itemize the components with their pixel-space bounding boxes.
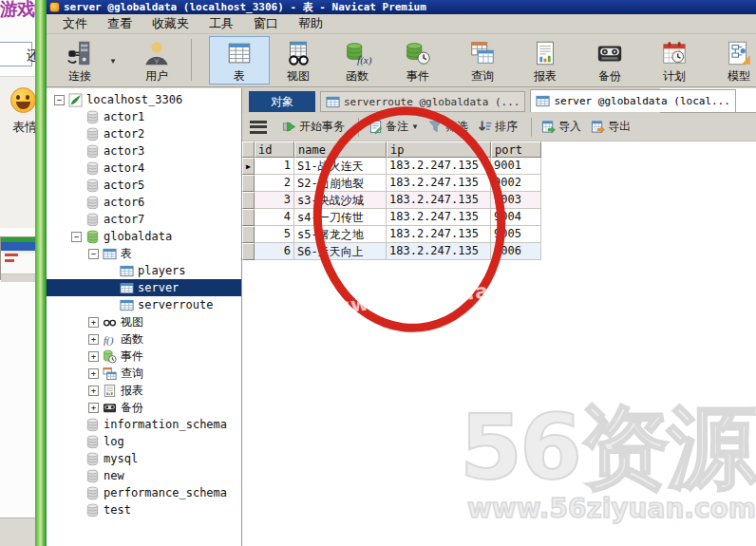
tree-item-localhost-3306[interactable]: −localhost_3306	[47, 91, 241, 108]
grid-cell-id[interactable]: 1	[255, 158, 294, 175]
tree-item-new[interactable]: new	[47, 467, 241, 484]
grid-menu-icon[interactable]	[250, 121, 267, 134]
grid-column-header-port[interactable]: port	[491, 141, 541, 158]
backups-icon	[103, 401, 117, 415]
tree-item-views[interactable]: +视图	[47, 313, 241, 330]
grid-cell-id[interactable]: 3	[255, 192, 294, 209]
toolbar-button-label: 函数	[346, 70, 369, 83]
toolbar-button-function[interactable]: f(x)函数	[332, 36, 382, 85]
tab-server-tab[interactable]: server @globaldata (local...	[530, 89, 735, 112]
tree-expander-plus-icon[interactable]: +	[88, 403, 99, 413]
view-icon	[283, 39, 313, 67]
emoji-face-icon[interactable]	[10, 87, 36, 113]
tree-item-mysql[interactable]: mysql	[47, 450, 241, 467]
tree-item-actor2[interactable]: actor2	[47, 125, 241, 142]
tree-item-globaldata[interactable]: −globaldata	[47, 228, 241, 245]
database-gray-icon	[85, 452, 100, 466]
tab-objects[interactable]: 对象	[249, 91, 315, 112]
grid-cell-id[interactable]: 6	[255, 243, 294, 260]
tree-item-actor4[interactable]: actor4	[47, 160, 241, 177]
tree-expander-minus-icon[interactable]: −	[71, 232, 82, 242]
tree-item-label: localhost_3306	[86, 93, 182, 106]
menu-item-tools[interactable]: 工具	[200, 13, 242, 34]
database-gray-icon	[85, 418, 100, 432]
tree-item-log[interactable]: log	[47, 433, 241, 450]
export-icon	[591, 120, 605, 134]
tree-item-test[interactable]: test	[47, 501, 241, 518]
row-selector[interactable]	[242, 192, 255, 209]
tab-label: serverroute @globaldata (...	[344, 96, 520, 108]
tree-item-label: test	[104, 503, 131, 517]
menu-item-window[interactable]: 窗口	[245, 13, 287, 34]
tree-expander-plus-icon[interactable]: +	[88, 317, 99, 328]
tree-item-serverroute[interactable]: serverroute	[47, 296, 241, 313]
table-grid-icon	[536, 94, 550, 108]
database-gray-icon	[85, 435, 100, 449]
dropdown-arrow-icon[interactable]: ▼	[109, 57, 117, 66]
toolbar-button-event[interactable]: 事件	[393, 36, 443, 85]
user-icon	[142, 39, 172, 67]
grid-toolbar-begin-transaction-button[interactable]: 开始事务	[282, 119, 345, 135]
grid-cell-id[interactable]: 4	[255, 209, 294, 226]
tab-label: server @globaldata (local...	[554, 95, 729, 107]
grid-cell-id[interactable]: 2	[255, 175, 294, 192]
menu-item-file[interactable]: 文件	[54, 13, 96, 34]
database-gray-icon	[85, 127, 100, 141]
tree-item-queries[interactable]: +查询	[47, 365, 241, 382]
grid-toolbar-export-button[interactable]: 导出	[591, 119, 631, 135]
tree-item-performance-schema[interactable]: performance_schema	[47, 484, 241, 501]
toolbar-button-view[interactable]: 视图	[274, 36, 323, 85]
toolbar-button-backup[interactable]: 备份	[585, 36, 634, 85]
toolbar-button-schedule[interactable]: 计划	[650, 36, 699, 85]
menu-item-view[interactable]: 查看	[99, 13, 141, 34]
toolbar-button-model[interactable]: 模型	[714, 36, 756, 85]
emoji-button-label: 表情	[12, 119, 37, 136]
tree-expander-minus-icon[interactable]: −	[54, 95, 65, 105]
row-selector[interactable]	[242, 243, 255, 260]
tree-item-actor3[interactable]: actor3	[47, 142, 241, 160]
tree-item-server[interactable]: server	[47, 279, 241, 296]
tree-item-actor5[interactable]: actor5	[47, 177, 241, 194]
grid-row[interactable]: ▶1S1-战火连天183.2.247.1359001	[242, 158, 756, 175]
connection-tree: −localhost_3306actor1actor2actor3actor4a…	[47, 88, 242, 546]
grid-toolbar-sort-button[interactable]: 排序	[478, 119, 518, 135]
tree-expander-plus-icon[interactable]: +	[88, 386, 99, 396]
toolbar-button-query[interactable]: 查询	[458, 36, 507, 85]
tree-expander-minus-icon[interactable]: −	[88, 249, 99, 259]
tree-item-tables-folder[interactable]: −表	[47, 245, 241, 262]
tree-item-label: 事件	[121, 348, 143, 365]
grid-toolbar-import-button[interactable]: 导入	[541, 119, 581, 135]
toolbar-button-table[interactable]: 表	[209, 36, 270, 85]
row-selector[interactable]	[242, 209, 255, 226]
tree-item-actor6[interactable]: actor6	[47, 194, 241, 211]
tree-expander-plus-icon[interactable]: +	[88, 334, 99, 345]
grid-column-header-id[interactable]: id	[255, 141, 294, 158]
row-selector[interactable]	[242, 226, 255, 243]
tree-item-actor7[interactable]: actor7	[47, 211, 241, 228]
tree-expander-plus-icon[interactable]: +	[88, 351, 99, 362]
tree-expander-plus-icon[interactable]: +	[88, 368, 99, 379]
tree-item-label: players	[138, 264, 186, 277]
menu-item-favorites[interactable]: 收藏夹	[143, 13, 198, 34]
toolbar-button-connection[interactable]: 连接	[52, 36, 107, 85]
row-selector[interactable]: ▶	[242, 158, 255, 175]
grid-cell-port[interactable]: 9001	[491, 158, 541, 175]
tree-item-players[interactable]: players	[47, 262, 241, 279]
toolbar-button-user[interactable]: 用户	[132, 36, 181, 85]
tree-item-events[interactable]: +事件	[47, 348, 241, 365]
background-bottom-panel	[0, 518, 38, 546]
toolbar-button-report[interactable]: 报表	[520, 36, 570, 85]
tree-item-information-schema[interactable]: information_schema	[47, 416, 241, 433]
tree-item-reports[interactable]: +报表	[47, 382, 241, 399]
toolbar-button-label: 备份	[598, 70, 621, 83]
toolbar-button-label: 查询	[471, 70, 494, 83]
tree-item-functions[interactable]: +f()函数	[47, 330, 241, 348]
menu-item-help[interactable]: 帮助	[290, 13, 331, 34]
tree-item-actor1[interactable]: actor1	[47, 108, 241, 125]
grid-cell-id[interactable]: 5	[255, 226, 294, 243]
tab-strip: 对象serverroute @globaldata (...server @gl…	[242, 88, 756, 113]
svg-text:f(): f()	[104, 333, 114, 346]
grid-toolbar-button-label: 开始事务	[299, 119, 345, 135]
row-selector[interactable]	[242, 175, 255, 192]
tree-item-backups[interactable]: +备份	[47, 399, 241, 416]
